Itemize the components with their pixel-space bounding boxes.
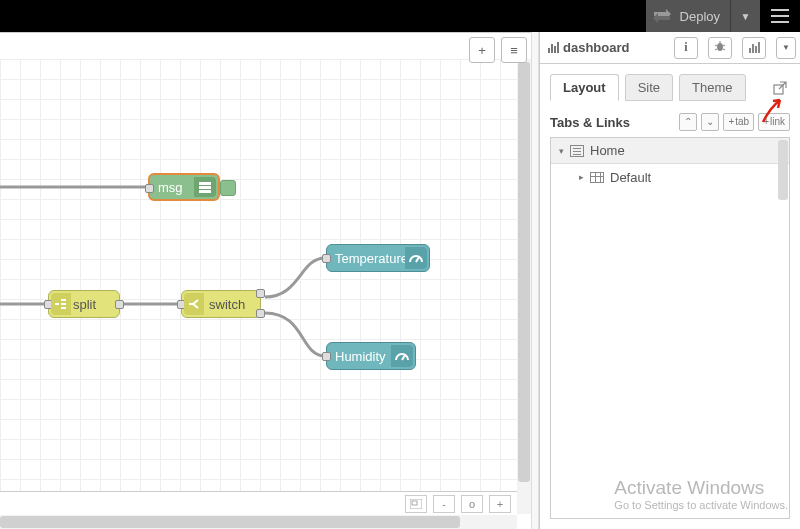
svg-line-16 (723, 49, 725, 50)
navigator-button[interactable] (405, 495, 427, 513)
zoom-out-button[interactable]: - (433, 495, 455, 513)
node-label: msg (158, 180, 183, 195)
node-split[interactable]: split (48, 290, 120, 318)
svg-rect-10 (412, 501, 417, 505)
tab-icon (570, 145, 584, 157)
node-label: switch (209, 297, 245, 312)
hamburger-menu-button[interactable] (760, 0, 800, 32)
deploy-label: Deploy (680, 9, 720, 24)
info-tab-button[interactable]: i (674, 37, 698, 59)
tab-theme[interactable]: Theme (679, 74, 745, 101)
port-in[interactable] (322, 254, 331, 263)
debug-tab-button[interactable] (708, 37, 732, 59)
debug-toggle[interactable] (220, 180, 236, 196)
svg-rect-1 (199, 186, 211, 189)
dashboard-tab-button[interactable] (742, 37, 766, 59)
top-header: Deploy ▼ (0, 0, 800, 32)
chevron-down-icon: ▾ (559, 146, 564, 156)
chevron-down-icon: ⌄ (706, 115, 714, 129)
chevron-right-icon: ▸ (579, 172, 584, 182)
scrollbar-thumb[interactable] (778, 140, 788, 200)
svg-rect-3 (55, 303, 59, 305)
info-icon: i (684, 40, 687, 55)
tab-layout[interactable]: Layout (550, 74, 619, 101)
external-link-icon (773, 81, 787, 95)
tabs-links-header: Tabs & Links ⌃ ⌄ +tab +link (540, 101, 800, 137)
svg-line-7 (416, 257, 419, 262)
port-in[interactable] (145, 184, 154, 193)
zoom-reset-button[interactable]: o (461, 495, 483, 513)
tree-label: Home (590, 143, 625, 158)
zoom-in-button[interactable]: + (489, 495, 511, 513)
list-icon: ≡ (510, 43, 518, 58)
list-flows-button[interactable]: ≡ (501, 37, 527, 63)
sidebar-dropdown-button[interactable]: ▼ (776, 37, 796, 59)
deploy-icon (652, 6, 672, 26)
section-title: Tabs & Links (550, 115, 630, 130)
node-switch[interactable]: switch (181, 290, 261, 318)
scrollbar-thumb[interactable] (0, 516, 460, 528)
node-label: Temperature (335, 251, 408, 266)
debug-icon (194, 177, 216, 197)
port-out-2[interactable] (256, 309, 265, 318)
scrollbar-thumb[interactable] (518, 62, 530, 482)
add-flow-button[interactable]: + (469, 37, 495, 63)
bug-icon (714, 40, 726, 55)
switch-icon (184, 293, 204, 315)
svg-line-15 (715, 49, 717, 50)
chevron-up-icon: ⌃ (684, 115, 692, 129)
deploy-group: Deploy ▼ (646, 0, 760, 32)
port-out-1[interactable] (256, 289, 265, 298)
gauge-icon (391, 345, 413, 367)
split-icon (51, 293, 71, 315)
tab-site[interactable]: Site (625, 74, 673, 101)
horizontal-scrollbar[interactable] (0, 515, 517, 529)
node-label: split (73, 297, 96, 312)
tree-label: Default (610, 170, 651, 185)
svg-rect-5 (61, 303, 66, 305)
tabs-tree: ▾ Home ▸ Default (550, 137, 790, 519)
port-in[interactable] (322, 352, 331, 361)
chart-icon (749, 42, 760, 53)
vertical-scrollbar[interactable] (517, 59, 531, 514)
grid-background (0, 59, 517, 491)
sidebar-tabs: Layout Site Theme (540, 64, 800, 101)
expand-all-button[interactable]: ⌄ (701, 113, 719, 131)
plus-icon: + (763, 115, 769, 129)
gauge-icon (405, 247, 427, 269)
port-out[interactable] (115, 300, 124, 309)
plus-icon: + (478, 43, 486, 58)
svg-line-8 (402, 355, 405, 360)
node-debug[interactable]: msg (148, 173, 220, 201)
add-tab-button[interactable]: +tab (723, 113, 754, 131)
group-icon (590, 172, 604, 183)
tree-item-default[interactable]: ▸ Default (551, 164, 789, 190)
open-dashboard-button[interactable] (770, 78, 790, 98)
svg-rect-4 (61, 299, 66, 301)
sidebar-header: dashboard i ▼ (540, 32, 800, 64)
chevron-down-icon: ▼ (782, 43, 790, 52)
plus-icon: + (728, 115, 734, 129)
deploy-dropdown-button[interactable]: ▼ (730, 0, 760, 32)
canvas-footer: - o + (0, 491, 517, 515)
node-gauge-humidity[interactable]: Humidity (326, 342, 416, 370)
sidebar-splitter[interactable] (531, 32, 539, 529)
tree-item-home[interactable]: ▾ Home (551, 138, 789, 164)
dashboard-icon (548, 42, 559, 53)
sidebar-title: dashboard (548, 40, 629, 55)
add-link-button[interactable]: +link (758, 113, 790, 131)
collapse-all-button[interactable]: ⌃ (679, 113, 697, 131)
svg-rect-6 (61, 307, 66, 309)
flow-workspace[interactable]: msg split switch (0, 33, 531, 529)
flow-canvas-area: + ≡ msg (0, 32, 531, 529)
svg-line-14 (723, 45, 725, 46)
sidebar-panel: dashboard i ▼ Layout Site Theme Tabs & L… (539, 32, 800, 529)
node-label: Humidity (335, 349, 386, 364)
svg-point-11 (717, 43, 723, 51)
svg-rect-0 (199, 182, 211, 185)
node-gauge-temperature[interactable]: Temperature (326, 244, 430, 272)
deploy-button[interactable]: Deploy (646, 0, 730, 32)
canvas-toolbar: + ≡ (469, 37, 527, 63)
sidebar-title-label: dashboard (563, 40, 629, 55)
svg-line-13 (715, 45, 717, 46)
